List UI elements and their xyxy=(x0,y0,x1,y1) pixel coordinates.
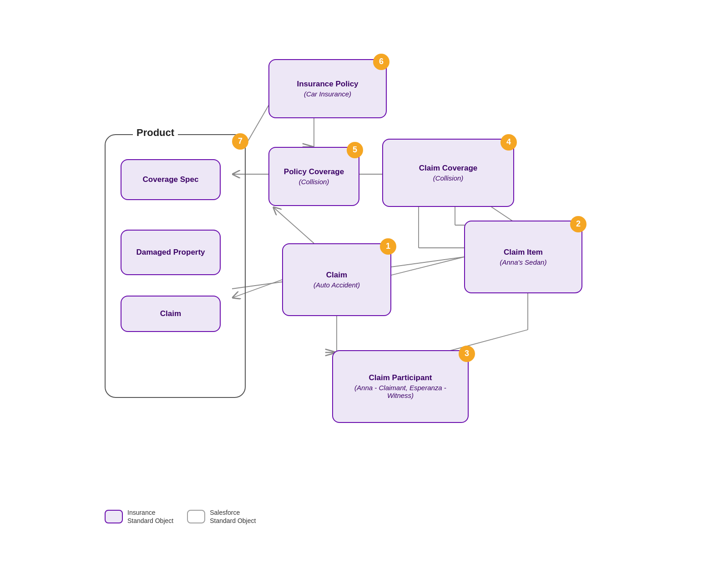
node-claim-participant: Claim Participant (Anna - Claimant, Espe… xyxy=(332,350,469,423)
claim-subtitle: (Auto Accident) xyxy=(313,281,360,289)
legend-salesforce-box xyxy=(187,510,205,523)
badge-1: 1 xyxy=(380,238,396,255)
legend-insurance-box xyxy=(105,510,123,523)
insurance-policy-subtitle: (Car Insurance) xyxy=(304,90,351,98)
legend-salesforce: SalesforceStandard Object xyxy=(187,508,256,525)
claim-sidebar-title: Claim xyxy=(160,309,181,318)
damaged-property-title: Damaged Property xyxy=(136,248,205,257)
badge-2: 2 xyxy=(570,216,586,232)
claim-participant-title: Claim Participant xyxy=(369,373,432,382)
claim-coverage-title: Claim Coverage xyxy=(419,164,478,173)
claim-title: Claim xyxy=(326,271,347,280)
badge-5: 5 xyxy=(347,142,363,158)
legend-salesforce-label: SalesforceStandard Object xyxy=(210,508,256,525)
legend: InsuranceStandard Object SalesforceStand… xyxy=(105,508,256,525)
insurance-policy-title: Insurance Policy xyxy=(297,80,358,89)
product-label: Product xyxy=(133,127,178,139)
node-damaged-property: Damaged Property xyxy=(121,230,221,275)
node-claim-item: Claim Item (Anna's Sedan) xyxy=(464,221,582,293)
node-claim-sidebar: Claim xyxy=(121,296,221,332)
policy-coverage-subtitle: (Collision) xyxy=(299,178,329,186)
node-claim: Claim (Auto Accident) xyxy=(282,243,391,316)
node-coverage-spec: Coverage Spec xyxy=(121,159,221,200)
claim-participant-subtitle: (Anna - Claimant, Esperanza - Witness) xyxy=(341,384,460,399)
node-insurance-policy: Insurance Policy (Car Insurance) xyxy=(268,59,387,118)
legend-insurance-label: InsuranceStandard Object xyxy=(127,508,173,525)
legend-insurance: InsuranceStandard Object xyxy=(105,508,173,525)
claim-item-title: Claim Item xyxy=(504,248,543,257)
coverage-spec-title: Coverage Spec xyxy=(143,175,199,184)
node-policy-coverage: Policy Coverage (Collision) xyxy=(268,147,359,206)
badge-3: 3 xyxy=(459,346,475,362)
badge-7: 7 xyxy=(232,133,248,150)
badge-4: 4 xyxy=(500,134,517,151)
svg-line-9 xyxy=(273,207,314,243)
node-claim-coverage: Claim Coverage (Collision) xyxy=(382,139,514,207)
policy-coverage-title: Policy Coverage xyxy=(284,167,344,176)
claim-item-subtitle: (Anna's Sedan) xyxy=(500,258,547,266)
claim-coverage-subtitle: (Collision) xyxy=(433,174,464,182)
diagram-container: Product 7 Coverage Spec Damaged Property… xyxy=(91,34,637,534)
badge-6: 6 xyxy=(373,54,389,70)
